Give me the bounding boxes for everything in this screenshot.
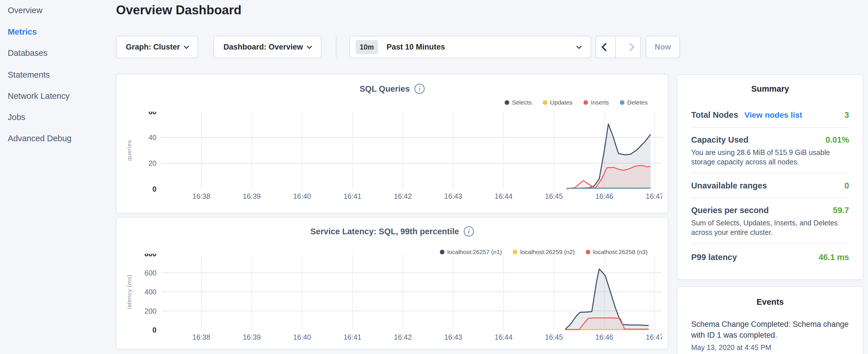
legend-item: Deletes	[620, 99, 648, 106]
now-button[interactable]: Now	[646, 36, 680, 58]
y-axis-label: queries	[126, 140, 133, 161]
graph-dropdown[interactable]: Graph: Cluster	[116, 36, 198, 58]
info-icon[interactable]: i	[414, 84, 425, 94]
legend-label: Updates	[550, 99, 572, 106]
svg-text:16:45: 16:45	[545, 333, 563, 341]
svg-text:16:38: 16:38	[192, 192, 210, 200]
event-item-timestamp: May 13, 2020 at 4:45 PM	[691, 344, 849, 352]
svg-text:0: 0	[152, 185, 156, 193]
service-latency-plot[interactable]: 16:3816:3916:4016:4116:4216:4316:4416:45…	[141, 254, 662, 344]
legend-label: Selects	[512, 99, 532, 106]
svg-text:800: 800	[145, 254, 156, 258]
summary-row-total-nodes: Total Nodes View nodes list 3	[691, 109, 849, 121]
service-latency-chart-card: Service Latency: SQL, 99th percentile i …	[116, 217, 668, 349]
sidebar-item-metrics[interactable]: Metrics	[8, 26, 37, 37]
dashboard-dropdown[interactable]: Dashboard: Overview	[213, 36, 321, 58]
summary-row-value: 0	[844, 180, 849, 191]
legend-item: Selects	[505, 99, 532, 106]
prev-time-button[interactable]	[596, 36, 616, 58]
summary-row-label: Capacity Used	[691, 134, 748, 146]
sidebar-item-jobs[interactable]: Jobs	[8, 111, 25, 123]
service-latency-chart[interactable]: 16:3816:3916:4016:4116:4216:4316:4416:45…	[141, 254, 662, 344]
legend-label: Deletes	[627, 99, 648, 106]
svg-text:16:39: 16:39	[243, 192, 261, 200]
next-time-button[interactable]	[620, 36, 640, 58]
summary-row-value: 3	[844, 109, 849, 121]
time-range-selector[interactable]: 10m Past 10 Minutes	[349, 36, 591, 58]
svg-text:16:46: 16:46	[595, 333, 614, 341]
chart-title: SQL Queries	[360, 84, 410, 94]
event-item-text: Schema Change Completed: Schema change w…	[691, 319, 849, 341]
summary-row-value: 59.7	[833, 204, 849, 216]
svg-text:16:41: 16:41	[344, 333, 362, 341]
time-range-label: Past 10 Minutes	[386, 43, 445, 52]
svg-text:16:42: 16:42	[394, 333, 412, 341]
graph-dropdown-label: Graph: Cluster	[126, 43, 180, 52]
legend-item: Inserts	[584, 99, 609, 106]
chart-legend: SelectsUpdatesInsertsDeletes	[505, 99, 648, 106]
chevron-down-icon	[576, 43, 582, 49]
svg-text:16:43: 16:43	[444, 192, 462, 200]
svg-text:0: 0	[152, 326, 156, 334]
svg-text:16:43: 16:43	[444, 333, 462, 341]
summary-row-description: Sum of Selects, Updates, Inserts, and De…	[691, 218, 849, 237]
summary-row-label: P99 latency	[691, 252, 737, 263]
legend-dot-icon	[543, 100, 547, 105]
svg-text:16:47: 16:47	[646, 333, 662, 341]
summary-title: Summary	[677, 84, 863, 94]
divider	[691, 127, 849, 128]
svg-text:40: 40	[149, 133, 156, 141]
svg-text:600: 600	[145, 269, 156, 277]
svg-text:16:42: 16:42	[394, 192, 412, 200]
time-window-badge: 10m	[355, 40, 378, 54]
chart-title-row: SQL Queries i	[117, 84, 668, 94]
summary-row-unavailable-ranges: Unavailable ranges 0	[691, 180, 849, 191]
chevron-left-icon	[601, 43, 610, 51]
svg-text:16:39: 16:39	[243, 333, 261, 341]
summary-row-p99-latency: P99 latency 46.1 ms	[691, 252, 849, 263]
divider	[691, 173, 849, 173]
sidebar-item-overview[interactable]: Overview	[8, 5, 42, 16]
summary-row-label: Unavailable ranges	[691, 180, 767, 191]
overview-dashboard-page: Overview Metrics Databases Statements Ne…	[0, 0, 868, 354]
controls-divider	[336, 36, 336, 58]
now-button-label: Now	[655, 43, 671, 52]
chart-title-row: Service Latency: SQL, 99th percentile i	[117, 226, 668, 236]
sidebar-item-databases[interactable]: Databases	[8, 47, 48, 59]
svg-text:60: 60	[149, 112, 156, 116]
summary-row-value: 0.01%	[826, 134, 849, 146]
view-nodes-list-link[interactable]: View nodes list	[744, 109, 802, 121]
svg-text:16:38: 16:38	[192, 333, 210, 341]
svg-text:16:45: 16:45	[545, 192, 563, 200]
dashboard-dropdown-label: Dashboard: Overview	[223, 43, 303, 52]
svg-text:16:47: 16:47	[646, 192, 662, 200]
svg-text:16:40: 16:40	[293, 333, 311, 341]
page-title: Overview Dashboard	[116, 3, 242, 17]
sidebar-item-advanced-debug[interactable]: Advanced Debug	[8, 133, 72, 144]
sql-queries-chart[interactable]: 16:3816:3916:4016:4116:4216:4316:4416:45…	[141, 112, 662, 203]
svg-text:16:44: 16:44	[495, 333, 513, 341]
summary-row-value: 46.1 ms	[819, 252, 849, 263]
svg-text:200: 200	[145, 307, 156, 315]
svg-text:16:41: 16:41	[344, 192, 362, 200]
legend-dot-icon	[505, 100, 509, 105]
summary-row-queries-per-second: Queries per second 59.7	[691, 204, 849, 216]
sidebar-item-statements[interactable]: Statements	[8, 69, 50, 81]
svg-text:16:40: 16:40	[293, 192, 311, 200]
summary-row-label: Total Nodes	[691, 109, 738, 121]
chevron-right-icon	[626, 43, 635, 51]
time-pager	[595, 36, 641, 58]
chart-title: Service Latency: SQL, 99th percentile	[310, 227, 459, 236]
sidebar-item-network-latency[interactable]: Network Latency	[8, 90, 70, 102]
svg-text:20: 20	[149, 159, 156, 167]
info-icon[interactable]: i	[464, 226, 474, 236]
svg-text:16:44: 16:44	[495, 192, 513, 200]
divider	[691, 198, 849, 198]
chevron-down-icon	[307, 43, 312, 49]
series-deletes	[566, 188, 651, 188]
summary-panel: Summary Total Nodes View nodes list 3 Ca…	[677, 74, 863, 280]
divider	[691, 244, 849, 244]
summary-row-label: Queries per second	[691, 204, 769, 216]
sql-queries-plot[interactable]: 16:3816:3916:4016:4116:4216:4316:4416:45…	[141, 112, 662, 203]
svg-text:16:46: 16:46	[595, 192, 614, 200]
